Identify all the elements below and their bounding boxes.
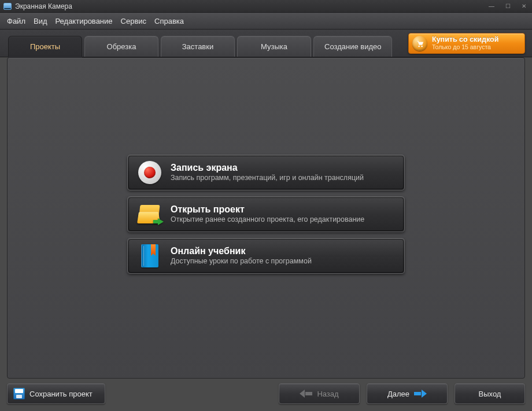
menubar: Файл Вид Редактирование Сервис Справка xyxy=(0,13,532,30)
next-button[interactable]: Далее xyxy=(367,383,448,404)
footer: Сохранить проект Назад Далее Выход xyxy=(7,382,525,405)
record-icon xyxy=(136,161,164,184)
promo-line1: Купить со скидкой xyxy=(432,36,498,44)
content-panel: Запись экрана Запись программ, презентац… xyxy=(7,57,525,379)
menu-service[interactable]: Сервис xyxy=(121,17,147,25)
card-tutorial-title: Онлайн учебник xyxy=(171,246,312,256)
card-open-project[interactable]: Открыть проект Открытие ранее созданного… xyxy=(127,196,405,232)
minimize-button[interactable]: — xyxy=(483,1,500,12)
next-label: Далее xyxy=(387,390,409,398)
promo-line2: Только до 15 августа xyxy=(432,44,498,51)
exit-button[interactable]: Выход xyxy=(455,383,525,404)
menu-file[interactable]: Файл xyxy=(7,17,25,25)
back-button[interactable]: Назад xyxy=(279,383,360,404)
app-icon xyxy=(3,3,12,10)
back-label: Назад xyxy=(317,390,338,398)
card-open-title: Открыть проект xyxy=(171,204,364,215)
tabstrip-row: Проекты Обрезка Заставки Музыка Создание… xyxy=(0,30,532,57)
book-icon xyxy=(136,244,164,267)
maximize-button[interactable]: ☐ xyxy=(500,1,516,12)
promo-text: Купить со скидкой Только до 15 августа xyxy=(432,36,498,50)
window-controls: — ☐ ✕ xyxy=(483,1,532,12)
arrow-right-icon xyxy=(414,390,427,398)
card-record-screen[interactable]: Запись экрана Запись программ, презентац… xyxy=(127,155,405,190)
tab-trim[interactable]: Обрезка xyxy=(84,36,158,57)
menu-help[interactable]: Справка xyxy=(154,17,184,25)
tabstrip: Проекты Обрезка Заставки Музыка Создание… xyxy=(8,36,394,57)
save-icon xyxy=(13,388,25,399)
tab-music[interactable]: Музыка xyxy=(237,36,311,57)
card-online-tutorial[interactable]: Онлайн учебник Доступные уроки по работе… xyxy=(127,238,405,274)
start-cards: Запись экрана Запись программ, презентац… xyxy=(127,155,405,274)
tab-intros[interactable]: Заставки xyxy=(161,36,235,57)
tab-create[interactable]: Создание видео xyxy=(313,36,392,57)
titlebar: Экранная Камера — ☐ ✕ xyxy=(0,0,532,13)
card-open-sub: Открытие ранее созданного проекта, его р… xyxy=(171,215,364,223)
arrow-left-icon xyxy=(300,390,312,398)
folder-icon xyxy=(136,204,164,225)
card-tutorial-sub: Доступные уроки по работе с программой xyxy=(171,257,312,265)
card-record-title: Запись экрана xyxy=(171,163,364,173)
exit-label: Выход xyxy=(479,390,501,398)
close-button[interactable]: ✕ xyxy=(516,1,532,12)
card-record-sub: Запись программ, презентаций, игр и онла… xyxy=(171,174,364,182)
tab-projects[interactable]: Проекты xyxy=(8,36,82,57)
save-project-label: Сохранить проект xyxy=(29,390,93,398)
save-project-button[interactable]: Сохранить проект xyxy=(7,383,105,404)
buy-promo-button[interactable]: Купить со скидкой Только до 15 августа xyxy=(408,33,525,54)
nav-group: Назад Далее xyxy=(279,383,448,404)
menu-edit[interactable]: Редактирование xyxy=(56,17,113,25)
menu-view[interactable]: Вид xyxy=(34,17,47,25)
window-title: Экранная Камера xyxy=(15,2,72,10)
cart-icon xyxy=(412,36,427,51)
